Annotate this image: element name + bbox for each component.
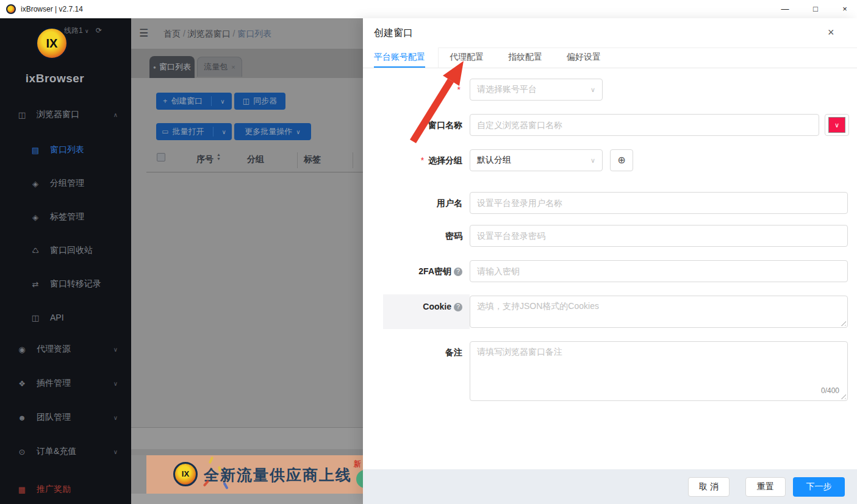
- line-selector[interactable]: 线路1 ∨ ⟳: [64, 26, 102, 36]
- chevron-down-icon: ∨: [113, 380, 118, 387]
- password-label: 密码: [363, 225, 462, 247]
- sidebar-item-label: 窗口列表: [50, 144, 84, 155]
- add-group-button[interactable]: ⊕: [610, 149, 633, 171]
- tab-traffic-package[interactable]: 流量包 ×: [197, 57, 242, 77]
- list-icon: ▤: [30, 146, 40, 155]
- button-divider: [211, 96, 212, 106]
- window-name-random-button[interactable]: ∨: [825, 114, 849, 136]
- drawer-title: 创建窗口: [374, 27, 413, 40]
- cookie-field-wrap: [470, 296, 848, 328]
- plus-icon: +: [163, 97, 167, 105]
- remark-textarea[interactable]: [470, 341, 848, 401]
- chevron-down-icon: ∨: [296, 129, 300, 135]
- line-label: 线路1: [64, 26, 83, 35]
- sidebar-item-promotion-rewards[interactable]: ▦ 推广奖励: [0, 479, 131, 500]
- sidebar-item-window-recycle[interactable]: ♺ 窗口回收站: [0, 240, 131, 261]
- sidebar-item-window-transfer[interactable]: ⇄ 窗口转移记录: [0, 274, 131, 294]
- sidebar-item-label: 订单&充值: [37, 446, 76, 457]
- sidebar-collapse-icon[interactable]: ☰: [139, 27, 148, 40]
- tab-fingerprint-config[interactable]: 指纹配置: [508, 52, 542, 63]
- sort-icons[interactable]: ▲ ▼: [217, 152, 221, 161]
- breadcrumb-separator: /: [183, 29, 185, 38]
- folder-icon: ▭: [162, 127, 168, 136]
- select-placeholder: 请选择账号平台: [477, 84, 537, 95]
- account-platform-label: *: [363, 79, 462, 101]
- button-divider: [213, 127, 213, 137]
- tab-label: 流量包: [204, 62, 228, 73]
- sidebar-item-label: 插件管理: [37, 378, 71, 389]
- globe-icon: ◉: [17, 345, 27, 354]
- sidebar-item-api[interactable]: ◫ API: [0, 307, 131, 328]
- maximize-button[interactable]: □: [806, 2, 825, 16]
- group-select[interactable]: 默认分组 ∨: [470, 149, 603, 171]
- sidebar-item-label: 推广奖励: [37, 484, 71, 495]
- breadcrumb-home[interactable]: 首页: [163, 29, 181, 38]
- window-name-input[interactable]: [470, 114, 819, 136]
- confetti: [209, 456, 214, 464]
- breadcrumb-browser-windows[interactable]: 浏览器窗口: [188, 29, 231, 38]
- window-icon: ◫: [17, 110, 27, 119]
- chevron-down-icon[interactable]: ∨: [222, 129, 226, 135]
- sidebar-item-label: 窗口转移记录: [50, 279, 101, 289]
- app-logo-icon: [6, 4, 16, 14]
- sidebar-logo-text: ixBrowser: [0, 72, 110, 85]
- select-value: 默认分组: [477, 155, 511, 166]
- close-window-button[interactable]: ×: [836, 2, 854, 16]
- sidebar-item-label: 分组管理: [50, 178, 84, 189]
- reset-button[interactable]: 重置: [745, 477, 786, 497]
- tab-platform-account-config[interactable]: 平台账号配置: [374, 52, 425, 63]
- drawer-close-icon[interactable]: ×: [828, 26, 834, 39]
- banner-title: 全新流量供应商上线: [204, 465, 352, 485]
- sidebar: 线路1 ∨ ⟳ IX ixBrowser ◫ 浏览器窗口 ∧ ▤ 窗口列表 ◈ …: [0, 18, 131, 504]
- sidebar-logo: IX: [35, 27, 68, 60]
- synchronizer-button[interactable]: ◫ 同步器: [234, 93, 285, 110]
- username-label: 用户名: [363, 192, 462, 214]
- button-label: 批量打开: [173, 126, 204, 137]
- sidebar-group-browser-windows[interactable]: ◫ 浏览器窗口 ∧: [0, 104, 131, 125]
- column-header-serial[interactable]: 序号: [196, 154, 213, 165]
- help-icon[interactable]: ?: [454, 303, 462, 311]
- banner-logo: IX: [173, 462, 198, 486]
- tab-preference-settings[interactable]: 偏好设置: [567, 52, 601, 63]
- char-counter: 0/400: [821, 386, 839, 395]
- sidebar-item-window-list[interactable]: ▤ 窗口列表: [0, 140, 131, 160]
- tab-window-list[interactable]: ● 窗口列表: [149, 56, 195, 78]
- drawer-tabbar: [363, 48, 857, 68]
- help-icon[interactable]: ?: [454, 268, 462, 276]
- sidebar-item-plugin-management[interactable]: ❖ 插件管理 ∨: [0, 373, 131, 394]
- close-tab-icon[interactable]: ×: [231, 63, 235, 71]
- column-divider: [353, 152, 353, 168]
- breadcrumb: 首页 / 浏览器窗口 / 窗口列表: [163, 29, 271, 40]
- tab-proxy-config[interactable]: 代理配置: [450, 52, 484, 63]
- batch-open-button[interactable]: ▭ 批量打开 ∨: [156, 123, 232, 140]
- promo-banner[interactable]: IX 全新流量供应商上线 新: [146, 455, 363, 494]
- minimize-button[interactable]: —: [776, 2, 794, 16]
- chevron-down-icon: ∨: [113, 346, 118, 353]
- api-icon: ◫: [30, 313, 40, 322]
- next-step-button[interactable]: 下一步: [793, 477, 845, 497]
- username-input[interactable]: [470, 192, 848, 214]
- cookie-textarea[interactable]: [470, 296, 848, 328]
- create-window-button[interactable]: + 创建窗口 ∨: [156, 93, 232, 110]
- plugin-icon: ❖: [17, 379, 27, 388]
- account-platform-select[interactable]: 请选择账号平台 ∨: [470, 79, 603, 101]
- circle-plus-icon: ⊕: [617, 155, 625, 165]
- cancel-button[interactable]: 取 消: [688, 477, 730, 497]
- more-batch-actions-button[interactable]: 更多批量操作 ∨: [234, 123, 311, 140]
- twofa-input[interactable]: [470, 260, 848, 282]
- cookie-label: Cookie?: [363, 296, 462, 318]
- chevron-down-icon[interactable]: ∨: [220, 98, 224, 105]
- sidebar-item-label: 标签管理: [50, 211, 84, 222]
- sidebar-item-tag-management[interactable]: ◈ 标签管理: [0, 207, 131, 227]
- sidebar-item-proxy-resources[interactable]: ◉ 代理资源 ∨: [0, 339, 131, 360]
- trash-icon: ♺: [30, 246, 40, 255]
- sidebar-item-team-management[interactable]: ☻ 团队管理 ∨: [0, 407, 131, 428]
- password-input[interactable]: [470, 225, 848, 247]
- select-all-checkbox[interactable]: [157, 153, 165, 161]
- refresh-icon[interactable]: ⟳: [96, 26, 102, 35]
- sidebar-item-orders-recharge[interactable]: ⊙ 订单&充值 ∨: [0, 441, 131, 462]
- sidebar-item-group-management[interactable]: ◈ 分组管理: [0, 173, 131, 194]
- banner-corner-tag: 新: [354, 459, 361, 469]
- sidebar-item-label: 代理资源: [37, 344, 71, 355]
- sidebar-item-label: API: [50, 313, 64, 322]
